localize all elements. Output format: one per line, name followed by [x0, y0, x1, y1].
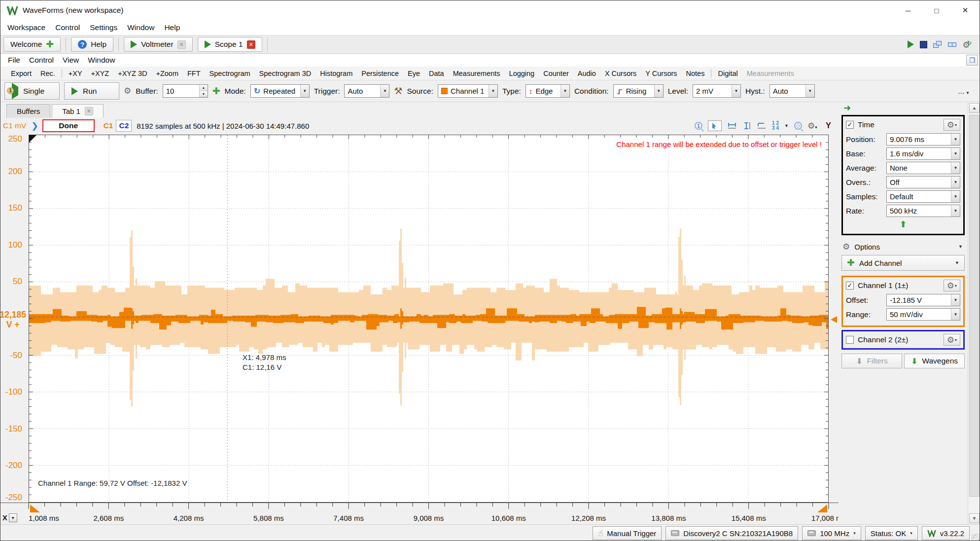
- source-select[interactable]: Channel 1 ▼: [438, 84, 498, 98]
- tab-tab1[interactable]: Tab 1 ✕: [52, 104, 104, 118]
- zoom-fit-icon[interactable]: ⁘: [794, 122, 802, 130]
- hysteresis-select[interactable]: Auto ▼: [770, 84, 815, 98]
- dropdown-caret-icon[interactable]: ▼: [951, 162, 960, 174]
- dropdown-caret-icon[interactable]: ▼: [951, 134, 960, 145]
- cascade-windows-icon[interactable]: [933, 41, 942, 48]
- view-histogram[interactable]: Histogram: [315, 68, 357, 79]
- plot-settings-button[interactable]: ⚙▾: [807, 122, 817, 130]
- level-select[interactable]: 2 mV ▼: [693, 84, 741, 98]
- channel2-toggle[interactable]: C2: [116, 120, 132, 132]
- view-measurements[interactable]: Measurements: [449, 68, 505, 79]
- dropdown-caret-icon[interactable]: ▼: [732, 85, 740, 97]
- dropdown-caret-icon[interactable]: ▼: [951, 294, 960, 306]
- oscilloscope-plot[interactable]: Channel 1 range will be extended due to …: [29, 135, 829, 503]
- channel2-settings-button[interactable]: ⚙▾: [944, 334, 960, 346]
- add-buffer-icon[interactable]: ✚: [212, 88, 220, 95]
- time-base-select[interactable]: 1.6 ms/div▼: [886, 147, 960, 160]
- x-axis-control[interactable]: X▼: [2, 513, 17, 522]
- wavegens-button[interactable]: ⬇ Wavegens: [904, 354, 965, 368]
- time-checkbox[interactable]: ✓: [846, 121, 854, 129]
- view-logging[interactable]: Logging: [505, 68, 539, 79]
- time-overs-select[interactable]: Off▼: [886, 176, 960, 188]
- view-audio[interactable]: Audio: [573, 68, 600, 79]
- scope-menu-control[interactable]: Control: [25, 55, 58, 66]
- time-position-select[interactable]: 9.0076 ms▼: [886, 133, 960, 145]
- view--xyz[interactable]: +XYZ: [87, 68, 114, 79]
- dropdown-caret-icon[interactable]: ▼: [951, 309, 960, 320]
- condition-select[interactable]: Rising ▼: [613, 84, 664, 98]
- time-ruler[interactable]: [0, 503, 839, 512]
- horizontal-measure-icon[interactable]: [727, 122, 737, 130]
- more-options-button[interactable]: ...▼: [958, 87, 976, 95]
- view-data[interactable]: Data: [424, 68, 449, 79]
- type-select[interactable]: ↕Edge ▼: [525, 84, 570, 98]
- manual-trigger-button[interactable]: ☝ Manual Trigger: [593, 526, 662, 540]
- status-button[interactable]: Status: OK ▾: [865, 526, 918, 540]
- scope-menu-view[interactable]: View: [58, 55, 83, 66]
- dropdown-caret-icon[interactable]: ▼: [951, 148, 960, 159]
- close-tab-icon[interactable]: ✕: [247, 40, 255, 49]
- version-button[interactable]: v3.22.2: [922, 526, 970, 540]
- manual-trigger-hammer-icon[interactable]: ⚒: [394, 85, 402, 97]
- scroll-up-arrow-icon[interactable]: ⬆: [846, 219, 960, 231]
- trigger-level-marker-icon[interactable]: [831, 316, 837, 323]
- y-axis-button[interactable]: Y: [823, 121, 834, 131]
- time-settings-button[interactable]: ⚙▾: [944, 119, 960, 131]
- channel1-settings-button[interactable]: ⚙▾: [944, 280, 960, 291]
- time-rate-select[interactable]: 500 kHz▼: [886, 205, 960, 217]
- view-counter[interactable]: Counter: [539, 68, 573, 79]
- menu-window[interactable]: Window: [122, 21, 159, 34]
- tab-buffers[interactable]: Buffers: [6, 104, 50, 118]
- resize-grip[interactable]: [972, 534, 980, 541]
- view-digital[interactable]: Digital: [713, 68, 742, 79]
- undock-window-button[interactable]: ❐: [966, 55, 978, 66]
- scrollbar-up-button[interactable]: ▲: [969, 103, 980, 113]
- device-button[interactable]: Discovery2 C SN:210321A190B8: [665, 526, 798, 540]
- vertical-measure-icon[interactable]: [742, 122, 751, 130]
- pointer-tool-button[interactable]: [708, 120, 722, 131]
- add-channel-button[interactable]: ✚ Add Channel ▼: [841, 255, 965, 271]
- view-y-cursors[interactable]: Y Cursors: [641, 68, 681, 79]
- panel-scrollbar[interactable]: ▲ ▼: [968, 102, 980, 524]
- time-samples-select[interactable]: Default▼: [886, 190, 960, 203]
- view-spectrogram[interactable]: Spectrogram: [205, 68, 255, 79]
- menu-control[interactable]: Control: [50, 21, 85, 34]
- view-fft[interactable]: FFT: [183, 68, 205, 79]
- view--xy[interactable]: +XY: [64, 68, 87, 79]
- view-export[interactable]: Export: [6, 68, 36, 79]
- expand-chevron-icon[interactable]: ❯: [31, 121, 38, 131]
- run-button[interactable]: Run: [64, 82, 119, 100]
- view-eye[interactable]: Eye: [403, 68, 424, 79]
- run-all-icon[interactable]: [908, 40, 914, 48]
- close-tab-icon[interactable]: ✕: [177, 40, 186, 49]
- dropdown-caret-icon[interactable]: ▼: [784, 123, 789, 128]
- scope-menu-file[interactable]: File: [3, 55, 25, 66]
- scope-menu-window[interactable]: Window: [83, 55, 119, 66]
- view--xyz-3d[interactable]: +XYZ 3D: [113, 68, 151, 79]
- sync-settings-icon[interactable]: ⚙↻: [963, 40, 972, 49]
- channel1-range-select[interactable]: 50 mV/div ▼: [886, 308, 960, 321]
- options-row[interactable]: ⚙ Options ▼: [839, 239, 968, 254]
- channel1-toggle[interactable]: C1: [104, 121, 113, 130]
- mode-select[interactable]: ↻Repeated ▼: [250, 84, 310, 98]
- tab-voltmeter[interactable]: Voltmeter ✕: [124, 37, 192, 52]
- view--zoom[interactable]: +Zoom: [151, 68, 183, 79]
- dropdown-caret-icon[interactable]: ▼: [489, 85, 497, 97]
- channel2-checkbox[interactable]: [846, 336, 854, 344]
- tile-windows-icon[interactable]: [948, 41, 957, 48]
- view-spectrogram-3d[interactable]: Spectrogram 3D: [255, 68, 316, 79]
- single-button[interactable]: 1 Single: [4, 82, 60, 100]
- close-button[interactable]: ✕: [951, 0, 980, 20]
- menu-settings[interactable]: Settings: [85, 21, 122, 34]
- cursor-numbers-icon[interactable]: 1 23 4: [772, 121, 779, 131]
- tab-help[interactable]: ? Help: [71, 37, 113, 52]
- x-axis-dropdown[interactable]: ▼: [9, 513, 17, 522]
- zoom-1-icon[interactable]: 1: [695, 122, 702, 130]
- menu-help[interactable]: Help: [159, 21, 185, 34]
- time-average-select[interactable]: None▼: [886, 162, 960, 174]
- tab-welcome[interactable]: Welcome ✚: [3, 37, 61, 52]
- dropdown-caret-icon[interactable]: ▼: [380, 85, 389, 97]
- spinner-arrows[interactable]: ▲▼: [199, 85, 208, 97]
- minimize-button[interactable]: ─: [894, 0, 922, 20]
- dropdown-caret-icon[interactable]: ▼: [300, 85, 309, 97]
